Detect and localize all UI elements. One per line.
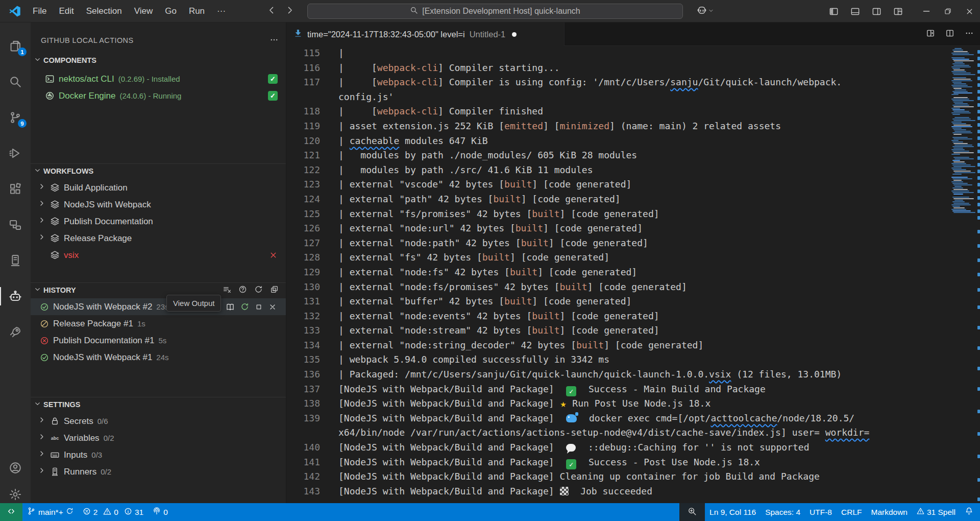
editor-line[interactable]: config.js' bbox=[286, 90, 980, 105]
editor-line[interactable]: 128| external "fs" 42 bytes [built] [cod… bbox=[286, 250, 980, 265]
refresh-history-icon[interactable] bbox=[254, 285, 263, 295]
activity-runners[interactable] bbox=[0, 247, 31, 274]
command-center-search[interactable]: [Extension Development Host] quick-launc… bbox=[307, 4, 683, 19]
editor-pane[interactable]: 115|116| [webpack-cli] Compiler starting… bbox=[286, 46, 980, 503]
remote-indicator[interactable] bbox=[0, 503, 22, 521]
branch-status[interactable]: main*+ bbox=[22, 503, 78, 521]
toggle-panel-icon[interactable] bbox=[844, 0, 866, 22]
editor-line[interactable]: 116| [webpack-cli] Compiler starting... bbox=[286, 61, 980, 76]
activity-search[interactable] bbox=[0, 68, 31, 95]
notifications-bell-icon[interactable] bbox=[960, 503, 980, 521]
ports-status[interactable]: 0 bbox=[148, 503, 173, 521]
editor-more-actions-icon[interactable] bbox=[965, 29, 974, 40]
editor-line[interactable]: 119| asset extension.js 252 KiB [emitted… bbox=[286, 119, 980, 134]
workflow-item[interactable]: vsix bbox=[31, 247, 286, 264]
editor-line[interactable]: 135| webpack 5.94.0 compiled successfull… bbox=[286, 352, 980, 367]
editor-line[interactable]: 126| external "node:url" 42 bytes [built… bbox=[286, 221, 980, 236]
editor-line[interactable]: 137[NodeJS with Webpack/Build and Packag… bbox=[286, 382, 980, 397]
history-item[interactable]: NodeJS with Webpack #1 24s bbox=[31, 349, 286, 366]
back-icon[interactable] bbox=[266, 5, 277, 17]
editor-line[interactable]: 129| external "node:fs" 42 bytes [built]… bbox=[286, 265, 980, 280]
history-item[interactable]: NodeJS with Webpack #2 23s bbox=[31, 298, 286, 315]
editor-line[interactable]: 131| external "buffer" 42 bytes [built] … bbox=[286, 294, 980, 309]
editor-line[interactable]: 123| external "vscode" 42 bytes [built] … bbox=[286, 177, 980, 192]
editor-line[interactable]: 122| modules by path ./src/ 41.6 KiB 11 … bbox=[286, 163, 980, 178]
toggle-primary-sidebar-icon[interactable] bbox=[823, 0, 844, 22]
editor-line[interactable]: 118| [webpack-cli] Compiler finished bbox=[286, 104, 980, 119]
unsaved-dot-icon[interactable] bbox=[512, 32, 517, 37]
settings-item-variables[interactable]: abc Variables 0/2 bbox=[31, 430, 286, 446]
minimize-window-icon[interactable] bbox=[916, 0, 937, 22]
menu-file[interactable]: File bbox=[27, 4, 53, 19]
menu-go[interactable]: Go bbox=[159, 4, 183, 19]
editor-line[interactable]: 133| external "node:stream" 42 bytes [bu… bbox=[286, 323, 980, 338]
editor-line[interactable]: 136| Packaged: /mnt/c/Users/sanju/Git/qu… bbox=[286, 367, 980, 382]
menu-edit[interactable]: Edit bbox=[53, 4, 80, 19]
open-preview-icon[interactable] bbox=[926, 29, 935, 40]
forward-icon[interactable] bbox=[285, 5, 295, 17]
tab-untitled-1[interactable]: time="2024-11-17T18:32:43-05:00" level=i… bbox=[286, 22, 565, 46]
toggle-secondary-sidebar-icon[interactable] bbox=[866, 0, 887, 22]
spell-checker-status[interactable]: 31 Spell bbox=[912, 503, 960, 521]
editor-line[interactable]: 121| modules by path ./node_modules/ 605… bbox=[286, 148, 980, 163]
customize-layout-icon[interactable] bbox=[887, 0, 909, 22]
settings-item-secrets[interactable]: Secrets 0/6 bbox=[31, 413, 286, 430]
editor-line[interactable]: 140[NodeJS with Webpack/Build and Packag… bbox=[286, 440, 980, 455]
minimap[interactable] bbox=[950, 48, 977, 492]
cursor-position[interactable]: Ln 9, Col 116 bbox=[705, 503, 761, 521]
editor-line[interactable]: 141[NodeJS with Webpack/Build and Packag… bbox=[286, 455, 980, 470]
editor-line[interactable]: 124| external "path" 42 bytes [built] [c… bbox=[286, 192, 980, 207]
rerun-icon[interactable] bbox=[240, 302, 249, 311]
view-output-icon[interactable] bbox=[226, 302, 235, 312]
settings-item-inputs[interactable]: Inputs 0/3 bbox=[31, 446, 286, 463]
editor-line[interactable]: 138[NodeJS with Webpack/Build and Packag… bbox=[286, 396, 980, 411]
section-components[interactable]: COMPONENTS bbox=[31, 53, 286, 67]
encoding[interactable]: UTF-8 bbox=[805, 503, 837, 521]
collapse-all-icon[interactable] bbox=[270, 285, 279, 295]
menu-selection[interactable]: Selection bbox=[80, 4, 128, 19]
workflow-item[interactable]: NodeJS with Webpack bbox=[31, 196, 286, 213]
remove-workflow-icon[interactable] bbox=[269, 251, 278, 259]
activity-remote-explorer[interactable] bbox=[0, 211, 31, 238]
activity-explorer[interactable]: 1 bbox=[0, 33, 31, 59]
editor-line[interactable]: 132| external "node:events" 42 bytes [bu… bbox=[286, 309, 980, 324]
stop-icon[interactable] bbox=[255, 303, 263, 311]
component-item[interactable]: nektos/act CLI (0.2.69) - Installed ✓ bbox=[31, 70, 286, 87]
split-editor-icon[interactable] bbox=[945, 29, 954, 40]
editor-line[interactable]: 125| external "fs/promises" 42 bytes [bu… bbox=[286, 207, 980, 222]
problems-status[interactable]: 2 0 31 bbox=[78, 503, 149, 521]
menu-view[interactable]: View bbox=[128, 4, 159, 19]
restore-window-icon[interactable] bbox=[937, 0, 959, 22]
history-item[interactable]: Release Package #1 1s bbox=[31, 315, 286, 332]
sidebar-more-actions-icon[interactable] bbox=[270, 35, 279, 46]
dismiss-icon[interactable] bbox=[268, 303, 277, 311]
zoom-widget[interactable] bbox=[679, 503, 705, 521]
section-workflows[interactable]: WORKFLOWS bbox=[31, 163, 286, 178]
editor-line[interactable]: 120| cacheable modules 647 KiB bbox=[286, 134, 980, 149]
workflow-item[interactable]: Publish Documentation bbox=[31, 213, 286, 230]
language-mode[interactable]: Markdown bbox=[866, 503, 912, 521]
menu-more-icon[interactable]: ··· bbox=[211, 4, 232, 19]
editor-line[interactable]: 143[NodeJS with Webpack/Build and Packag… bbox=[286, 484, 980, 499]
activity-run-and-debug[interactable] bbox=[0, 140, 31, 167]
editor-line[interactable]: 142[NodeJS with Webpack/Build and Packag… bbox=[286, 469, 980, 484]
workflow-item[interactable]: Release Package bbox=[31, 230, 286, 247]
editor-line[interactable]: 130| external "node:fs/promises" 42 byte… bbox=[286, 280, 980, 295]
close-window-icon[interactable] bbox=[959, 0, 980, 22]
indentation[interactable]: Spaces: 4 bbox=[761, 503, 805, 521]
editor-line[interactable]: 139[NodeJS with Webpack/Build and Packag… bbox=[286, 411, 980, 426]
editor-line[interactable]: 134| external "node:string_decoder" 42 b… bbox=[286, 338, 980, 353]
section-settings[interactable]: SETTINGS bbox=[31, 397, 286, 411]
history-item[interactable]: Publish Documentation #1 5s bbox=[31, 332, 286, 349]
menu-run[interactable]: Run bbox=[183, 4, 211, 19]
activity-extensions[interactable] bbox=[0, 176, 31, 202]
activity-rocket[interactable] bbox=[0, 319, 31, 345]
settings-item-runners[interactable]: Runners 0/2 bbox=[31, 463, 286, 480]
eol-sequence[interactable]: CRLF bbox=[837, 503, 866, 521]
activity-source-control[interactable]: 9 bbox=[0, 104, 31, 131]
help-icon[interactable] bbox=[238, 285, 247, 295]
component-item[interactable]: Docker Engine (24.0.6) - Running ✓ bbox=[31, 87, 286, 104]
activity-github-local-actions[interactable] bbox=[0, 283, 31, 310]
editor-line[interactable]: x64/bin/node /var/run/act/actions/action… bbox=[286, 425, 980, 440]
editor-line[interactable]: 117| [webpack-cli] Compiler is using con… bbox=[286, 75, 980, 90]
